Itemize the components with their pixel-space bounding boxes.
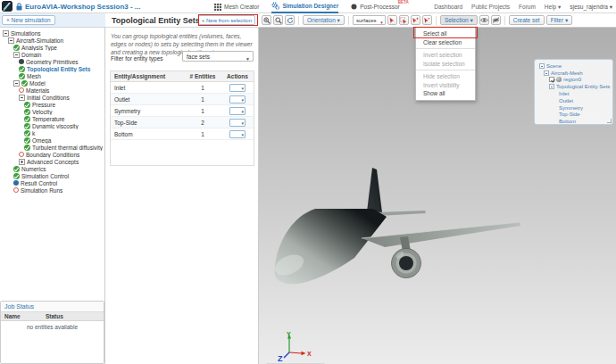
tree-item-velocity[interactable]: Velocity — [0, 108, 105, 115]
nav-public-projects[interactable]: Public Projects — [471, 4, 510, 10]
tree-item-boundary-conditions[interactable]: Boundary Conditions — [0, 151, 105, 158]
tree-item-temperature[interactable]: Temperature — [0, 115, 105, 122]
actions-select[interactable] — [229, 130, 246, 138]
scene-tree-item-topological-entity-sets[interactable]: Topological Entity Sets — [538, 83, 612, 90]
filter-entity-types-label: Filter for entity types — [111, 55, 163, 62]
expander-icon[interactable] — [544, 70, 549, 76]
scene-tree-item-scene[interactable]: Scene — [538, 62, 612, 70]
tree-item-numerics[interactable]: Numerics — [0, 165, 105, 172]
table-row[interactable]: Outlet1 — [111, 94, 254, 105]
menu-item-clear-selection[interactable]: Clear selection — [416, 38, 475, 47]
menu-item-invert-visibility[interactable]: Invert visibility — [416, 81, 475, 90]
scene-tree-panel[interactable]: Scene Aircraft-Mesh region0 Topological … — [534, 59, 613, 125]
red-cursor-minus-icon — [423, 17, 430, 24]
visibility-checkbox[interactable] — [549, 77, 554, 82]
create-set-button[interactable]: Create set — [509, 15, 545, 25]
new-simulation-button[interactable]: + New simulation — [2, 15, 55, 25]
menu-item-invert-selection[interactable]: Invert selection — [416, 51, 475, 60]
tree-item-initial-conditions[interactable]: Initial Conditions — [0, 94, 105, 101]
actions-select[interactable] — [229, 119, 246, 127]
actions-select[interactable] — [229, 95, 246, 103]
tree-item-advanced-concepts[interactable]: Advanced Concepts — [0, 158, 105, 165]
hide-button[interactable] — [491, 15, 501, 25]
tree-item-simulation-control[interactable]: Simulation Control — [0, 172, 105, 179]
simulation-tree-sidebar: + New simulation Simulations Aircraft-Si… — [0, 13, 105, 364]
project-title-area[interactable]: EuroAVIA-Workshop Session3 - ... — [16, 3, 141, 11]
menu-item-isolate-selection[interactable]: Isolate selection — [416, 60, 475, 69]
menu-item-show-all[interactable]: Show all — [416, 89, 475, 98]
tree-item-model[interactable]: Model — [0, 79, 105, 87]
reset-view-button[interactable] — [285, 15, 295, 25]
tree-item-materials[interactable]: Materials — [0, 87, 105, 94]
check-icon — [24, 130, 30, 136]
scene-tree-item-aircraft-mesh[interactable]: Aircraft-Mesh — [538, 70, 612, 77]
actions-select[interactable] — [229, 107, 246, 115]
box-select-tool-button[interactable] — [399, 15, 409, 25]
new-from-selection-button[interactable]: + New from selection — [198, 15, 255, 25]
zoom-in-button[interactable] — [262, 15, 271, 25]
selection-dropdown-button[interactable]: Selection ▾ — [440, 15, 478, 25]
orientation-dropdown-button[interactable]: Orientation ▾ — [303, 15, 345, 25]
tab-simulation-designer[interactable]: Simulation Designer — [271, 0, 338, 13]
scene-tree-item-top-side[interactable]: Top-Side — [538, 112, 612, 119]
sphere-icon — [556, 77, 562, 82]
add-select-tool-button[interactable] — [411, 15, 420, 25]
tab-mesh-creator[interactable]: Mesh Creator — [214, 0, 259, 13]
beta-badge: BETA — [398, 0, 409, 4]
nav-dashboard[interactable]: Dashboard — [434, 4, 462, 10]
expander-closed-icon[interactable] — [19, 159, 25, 165]
nav-forum[interactable]: Forum — [519, 4, 536, 10]
expander-icon[interactable] — [539, 63, 545, 69]
panel-resize-handle[interactable] — [607, 119, 612, 123]
table-row[interactable]: Inlet1 — [111, 82, 254, 94]
expander-icon[interactable] — [19, 95, 25, 101]
simscale-logo-icon[interactable] — [2, 1, 12, 12]
tree-item-domain[interactable]: Domain — [0, 51, 105, 58]
expander-icon[interactable] — [549, 84, 554, 89]
panel-title: Topological Entity Sets — [112, 16, 200, 25]
scene-tree-item-bottom[interactable]: Bottom — [538, 118, 612, 125]
table-row[interactable]: Symmetry1 — [111, 105, 254, 117]
entity-type-filter-select[interactable]: face sets ▼ — [182, 51, 254, 62]
tree-item-topological-entity-sets[interactable]: Topological Entity Sets — [0, 65, 105, 72]
scene-tree-item-outlet[interactable]: Outlet — [538, 97, 612, 104]
pick-select-tool-button[interactable] — [387, 15, 397, 25]
scene-tree-item-symmetry[interactable]: Symmetry — [538, 104, 612, 112]
user-menu[interactable]: sjesu_rajendra ▾ — [570, 4, 612, 11]
show-hidden-button[interactable] — [479, 15, 489, 25]
menu-item-select-all[interactable]: Select all — [416, 29, 475, 38]
scene-tree-item-inlet[interactable]: Inlet — [538, 90, 612, 97]
check-icon — [24, 102, 30, 108]
tree-item-simulation-runs[interactable]: Simulation Runs — [0, 186, 105, 194]
top-nav: Dashboard Public Projects Forum Help ▾ s… — [434, 0, 612, 13]
tree-item-mesh[interactable]: Mesh — [0, 72, 105, 79]
expander-icon[interactable] — [13, 80, 20, 87]
menu-item-hide-selection[interactable]: Hide selection — [416, 72, 475, 81]
table-row[interactable]: Top-Side2 — [111, 117, 254, 128]
nav-help-menu[interactable]: Help ▾ — [545, 4, 561, 11]
expander-icon[interactable] — [13, 52, 20, 58]
tab-post-processor[interactable]: Post-Processor BETA — [351, 0, 399, 13]
tree-item-analysis-type[interactable]: Analysis Type — [0, 44, 105, 51]
remove-select-tool-button[interactable] — [422, 15, 432, 25]
tree-item-turbulent-thermal-diffusivity[interactable]: Turbulent thermal diffusivity — [0, 144, 105, 151]
actions-select[interactable] — [229, 84, 246, 92]
tree-item-geometry-primitives[interactable]: Geometry Primitives — [0, 58, 105, 65]
table-row[interactable]: Bottom1 — [111, 128, 254, 140]
tree-item-omega[interactable]: Omega — [0, 136, 105, 144]
tree-item-pressure[interactable]: Pressure — [0, 101, 105, 108]
scene-tree-item-region0[interactable]: region0 — [538, 77, 612, 84]
tree-item-dynamic-viscosity[interactable]: Dynamic viscosity — [0, 122, 105, 129]
tree-item-simulations[interactable]: Simulations — [0, 29, 105, 37]
tree-item-k[interactable]: k — [0, 129, 105, 136]
expander-icon[interactable] — [3, 30, 9, 37]
tree-item-result-control[interactable]: Result Control — [0, 179, 105, 186]
check-icon — [24, 137, 30, 144]
zoom-fit-button[interactable] — [273, 15, 283, 25]
expander-icon[interactable] — [8, 37, 14, 44]
filter-dropdown-button[interactable]: Filter ▾ — [546, 15, 573, 25]
surfaces-select[interactable]: surfaces — [353, 15, 386, 25]
panel-header: Topological Entity Sets + New from selec… — [105, 13, 259, 28]
entity-sets-table: Entity/Assignment # Entities Actions Inl… — [110, 70, 254, 166]
tree-item-aircraft-simulation[interactable]: Aircraft-Simulation — [0, 37, 105, 44]
